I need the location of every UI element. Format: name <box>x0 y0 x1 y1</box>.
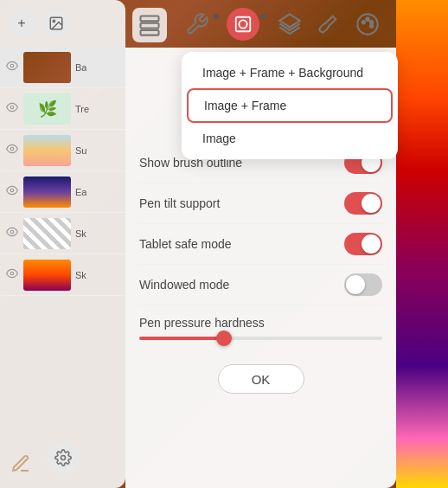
tablet-safe-mode-toggle[interactable] <box>344 233 382 255</box>
tablet-safe-mode-row: Tablet safe mode <box>139 224 382 265</box>
svg-rect-3 <box>236 16 251 31</box>
ok-btn-container: OK <box>139 364 382 394</box>
pen-pressure-section: Pen pressure hardness <box>139 305 382 347</box>
stack-icon[interactable] <box>274 9 305 40</box>
windowed-mode-toggle[interactable] <box>344 273 382 296</box>
layer-item[interactable]: Ba <box>0 47 125 88</box>
layer-name: Su <box>75 145 86 156</box>
layers-icon[interactable] <box>132 8 167 42</box>
layer-thumbnail <box>23 135 71 166</box>
svg-rect-2 <box>141 30 159 35</box>
layer-item[interactable]: Ea <box>0 171 125 213</box>
palette-icon[interactable] <box>352 9 383 40</box>
layer-item[interactable]: Sk <box>0 254 125 296</box>
layer-item[interactable]: Su <box>0 130 125 171</box>
svg-point-10 <box>370 24 374 28</box>
layer-name: Tre <box>75 104 89 114</box>
layer-thumbnail <box>23 218 71 249</box>
pen-tilt-support-toggle[interactable] <box>344 192 382 215</box>
sidebar-top: + <box>0 0 125 47</box>
dot-indicator-2 <box>260 14 266 19</box>
dropdown-item-image[interactable]: Image <box>187 123 393 154</box>
svg-point-19 <box>61 456 65 460</box>
svg-point-8 <box>367 17 370 21</box>
svg-point-12 <box>53 20 54 22</box>
windowed-mode-label: Windowed mode <box>139 278 229 292</box>
pen-tilt-support-label: Pen tilt support <box>139 196 220 210</box>
gradient-strip <box>396 0 448 488</box>
eye-icon[interactable] <box>5 226 19 241</box>
layer-item[interactable]: 🌿 Tre <box>0 88 125 130</box>
slider-thumb[interactable] <box>216 331 232 346</box>
svg-point-17 <box>10 230 14 234</box>
toggle-knob <box>362 234 381 254</box>
layer-name: Ea <box>75 187 86 197</box>
eye-icon[interactable] <box>5 184 19 199</box>
tablet-safe-mode-label: Tablet safe mode <box>139 237 232 251</box>
layer-name: Sk <box>75 270 86 280</box>
eye-icon[interactable] <box>5 267 19 282</box>
toggle-knob <box>362 194 381 213</box>
sidebar: + Ba <box>0 0 125 488</box>
brush-icon[interactable] <box>313 9 344 40</box>
layer-list: Ba 🌿 Tre Su <box>0 47 125 296</box>
pen-pressure-label: Pen pressure hardness <box>139 316 382 330</box>
settings-gear-button[interactable] <box>47 441 80 474</box>
add-layer-button[interactable]: + <box>7 9 36 38</box>
svg-point-18 <box>10 272 14 275</box>
ok-button[interactable]: OK <box>218 364 304 394</box>
layer-thumbnail <box>23 52 71 83</box>
windowed-mode-row: Windowed mode <box>139 265 382 305</box>
slider-fill <box>139 337 224 340</box>
dropdown-item-image-frame-background[interactable]: Image + Frame + Background <box>187 57 393 88</box>
svg-point-15 <box>10 147 14 151</box>
pen-pressure-track[interactable] <box>139 337 382 340</box>
svg-point-7 <box>362 20 366 23</box>
dropdown-item-image-frame[interactable]: Image + Frame <box>187 88 393 123</box>
layer-thumbnail: 🌿 <box>23 93 71 125</box>
svg-point-14 <box>10 106 14 109</box>
svg-point-9 <box>370 20 374 23</box>
import-button[interactable] <box>42 9 71 38</box>
layer-item[interactable]: Sk <box>0 213 125 254</box>
svg-rect-1 <box>141 23 159 29</box>
tools-icon[interactable] <box>182 9 213 40</box>
layer-thumbnail <box>23 177 71 208</box>
svg-point-4 <box>240 20 247 28</box>
export-dropdown: Image + Frame + Background Image + Frame… <box>182 52 398 159</box>
dot-indicator-1 <box>214 14 219 19</box>
eye-icon[interactable] <box>5 60 19 74</box>
layer-name: Ba <box>75 62 86 73</box>
layer-thumbnail <box>23 260 71 291</box>
toggle-knob <box>346 275 365 294</box>
bottom-left-tool-icon[interactable] <box>10 453 31 479</box>
canvas-icon[interactable] <box>227 8 259 41</box>
svg-point-13 <box>10 64 14 67</box>
top-toolbar <box>125 0 396 48</box>
eye-icon[interactable] <box>5 101 19 116</box>
svg-point-16 <box>10 189 14 192</box>
svg-rect-0 <box>141 16 159 22</box>
pen-tilt-support-row: Pen tilt support <box>139 183 382 224</box>
layer-name: Sk <box>75 228 86 239</box>
sidebar-bottom <box>47 441 80 474</box>
eye-icon[interactable] <box>5 143 19 157</box>
